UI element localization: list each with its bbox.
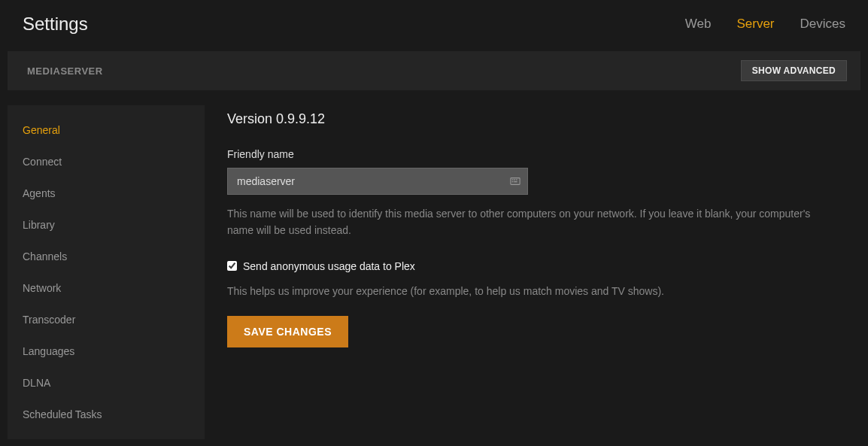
svg-rect-1: [512, 179, 514, 180]
anon-data-label[interactable]: Send anonymous usage data to Plex: [243, 260, 415, 272]
svg-rect-3: [516, 179, 517, 180]
nav-devices[interactable]: Devices: [800, 17, 845, 32]
sidebar-item-agents[interactable]: Agents: [8, 177, 205, 209]
sidebar-item-languages[interactable]: Languages: [8, 335, 205, 367]
anon-data-help: This helps us improve your experience (f…: [227, 283, 821, 299]
sidebar-item-channels[interactable]: Channels: [8, 241, 205, 272]
nav-web[interactable]: Web: [685, 17, 712, 32]
anon-data-row: Send anonymous usage data to Plex: [227, 260, 860, 272]
sidebar: General Connect Agents Library Channels …: [8, 105, 205, 439]
header: Settings Web Server Devices: [0, 0, 868, 51]
subheader: MEDIASERVER SHOW ADVANCED: [8, 51, 860, 90]
svg-rect-4: [512, 181, 514, 182]
server-name-label: MEDIASERVER: [27, 65, 103, 77]
show-advanced-button[interactable]: SHOW ADVANCED: [741, 60, 847, 81]
svg-rect-5: [514, 181, 517, 182]
friendly-name-label: Friendly name: [227, 148, 860, 160]
body-area: General Connect Agents Library Channels …: [0, 90, 868, 439]
sidebar-item-connect[interactable]: Connect: [8, 146, 205, 177]
nav-server[interactable]: Server: [736, 17, 774, 32]
page-title: Settings: [23, 14, 88, 35]
sidebar-item-general[interactable]: General: [8, 114, 205, 146]
sidebar-item-network[interactable]: Network: [8, 272, 205, 304]
svg-rect-2: [514, 179, 515, 180]
friendly-name-help: This name will be used to identify this …: [227, 205, 821, 239]
save-changes-button[interactable]: SAVE CHANGES: [227, 316, 348, 347]
friendly-name-input[interactable]: [227, 168, 528, 195]
friendly-name-input-wrap: [227, 168, 528, 195]
keyboard-icon: [510, 176, 520, 187]
header-nav: Web Server Devices: [685, 17, 845, 32]
sidebar-item-library[interactable]: Library: [8, 209, 205, 241]
sidebar-item-transcoder[interactable]: Transcoder: [8, 304, 205, 335]
version-label: Version 0.9.9.12: [227, 111, 860, 127]
main-panel: Version 0.9.9.12 Friendly name This name…: [227, 105, 860, 439]
sidebar-item-dlna[interactable]: DLNA: [8, 367, 205, 399]
sidebar-item-scheduled-tasks[interactable]: Scheduled Tasks: [8, 399, 205, 430]
anon-data-checkbox[interactable]: [227, 261, 237, 271]
